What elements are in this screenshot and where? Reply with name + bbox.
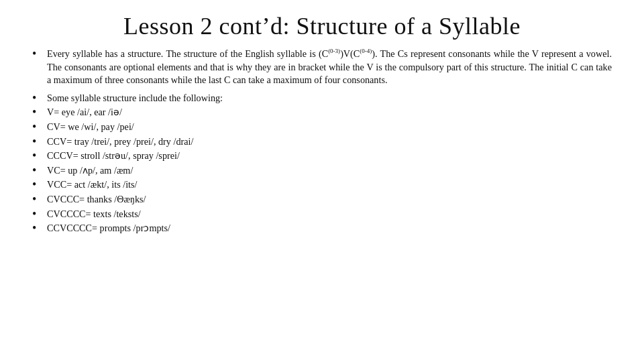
list-item-intro: • Some syllable structure include the fo… bbox=[32, 91, 612, 105]
list-item: • CV= we /wi/, pay /pei/ bbox=[32, 120, 612, 134]
list-item: • CCCV= stroll /strəu/, spray /sprei/ bbox=[32, 149, 612, 163]
intro-text: Every syllable has a structure. The stru… bbox=[47, 47, 612, 87]
slide-title: Lesson 2 cont’d: Structure of a Syllable bbox=[32, 12, 612, 40]
bullet-dot: • bbox=[32, 164, 44, 176]
intro-block: • Every syllable has a structure. The st… bbox=[32, 47, 612, 87]
item-text: CVCCCC= texts /teksts/ bbox=[47, 208, 141, 221]
bullet-dot: • bbox=[32, 106, 44, 118]
list-item: • CCVCCCC= prompts /prɔmpts/ bbox=[32, 221, 612, 235]
bullet-dot: • bbox=[32, 178, 44, 190]
slide: Lesson 2 cont’d: Structure of a Syllable… bbox=[0, 0, 644, 362]
list-item: • VCC= act /ækt/, its /its/ bbox=[32, 178, 612, 192]
list-item: • V= eye /ai/, ear /iə/ bbox=[32, 105, 612, 119]
item-text: VCC= act /ækt/, its /its/ bbox=[47, 178, 138, 192]
item-text: CVCCC= thanks /Θæŋks/ bbox=[47, 193, 146, 206]
bullet-dot: • bbox=[32, 208, 44, 220]
syllable-list: • Some syllable structure include the fo… bbox=[32, 91, 612, 235]
list-item: • CCV= tray /trei/, prey /prei/, dry /dr… bbox=[32, 135, 612, 149]
item-text: CCV= tray /trei/, prey /prei/, dry /drai… bbox=[47, 135, 193, 149]
item-text: CV= we /wi/, pay /pei/ bbox=[47, 121, 134, 134]
bullet-intro-text: Some syllable structure include the foll… bbox=[47, 92, 223, 105]
bullet-dot: • bbox=[32, 48, 44, 60]
list-item: • CVCCCC= texts /teksts/ bbox=[32, 207, 612, 221]
bullet-dot: • bbox=[32, 135, 44, 147]
item-text: VC= up /ʌp/, am /æm/ bbox=[47, 164, 133, 178]
bullet-dot: • bbox=[32, 92, 44, 104]
list-item: • VC= up /ʌp/, am /æm/ bbox=[32, 164, 612, 178]
item-text: V= eye /ai/, ear /iə/ bbox=[47, 106, 122, 119]
item-text: CCCV= stroll /strəu/, spray /sprei/ bbox=[47, 149, 180, 163]
bullet-dot: • bbox=[32, 121, 44, 133]
bullet-dot: • bbox=[32, 149, 44, 162]
bullet-dot: • bbox=[32, 222, 44, 234]
list-item: • CVCCC= thanks /Θæŋks/ bbox=[32, 192, 612, 206]
item-text: CCVCCCC= prompts /prɔmpts/ bbox=[47, 222, 170, 235]
intro-bullet-item: • Every syllable has a structure. The st… bbox=[32, 47, 612, 87]
bullet-dot: • bbox=[32, 193, 44, 205]
slide-content: • Every syllable has a structure. The st… bbox=[32, 47, 612, 236]
